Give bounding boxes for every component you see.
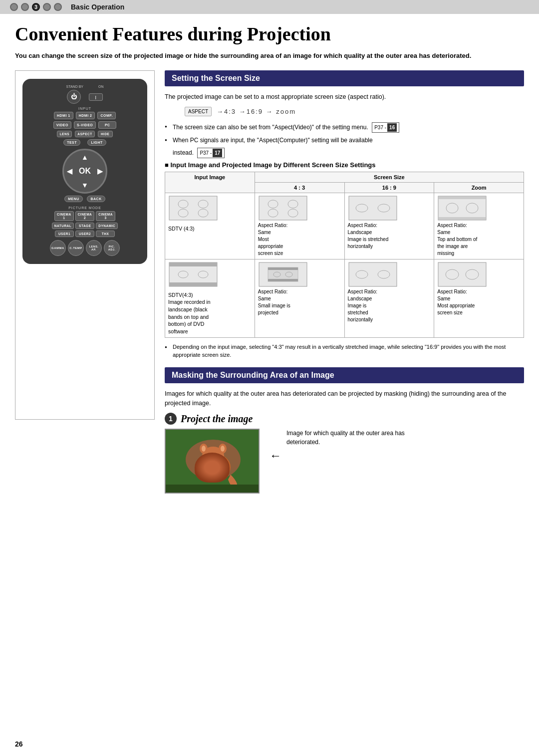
picture-mode-section: PICTURE MODE CINEMA1 CINEMA2 CINEMA3 NAT… <box>27 206 142 237</box>
row2-input-label: SDTV(4:3)Image recorded inlandscape (bla… <box>165 259 255 338</box>
screen-size-header: Screen Size <box>255 172 524 183</box>
step-dots: 3 <box>10 3 62 11</box>
lens-row: LENS ASPECT HIDE <box>27 131 142 137</box>
table-row-1: SDTV (4:3) Aspect Ratio:SameMost <box>165 193 524 259</box>
masking-section: Masking the Surrounding Area of an Image… <box>165 367 524 494</box>
two-col-layout: STAND BY ON ⏻ | INPUT HDMI 1 HDMI 2 COMP… <box>15 70 524 494</box>
row2-zoom-text: Aspect Ratio:SameMost appropriatescreen … <box>437 288 521 316</box>
step1-header: 1 Project the image <box>165 413 524 425</box>
masking-body: Images for which quality at the outer ar… <box>165 389 524 408</box>
ok-dpad[interactable]: ▲ ▼ ◀ ▶ OK <box>62 149 107 194</box>
row1-zoom-svg <box>437 195 487 221</box>
svg-rect-32 <box>438 262 486 286</box>
cinema2-button[interactable]: CINEMA2 <box>75 211 95 221</box>
svg-rect-0 <box>169 196 217 220</box>
top-bar: 3 Basic Operation <box>0 0 539 14</box>
row1-label-text: SDTV (4:3) <box>168 226 195 232</box>
on-button[interactable]: | <box>89 93 103 101</box>
hdmi1-button[interactable]: HDMI 1 <box>54 112 73 119</box>
row2-43-svg <box>258 261 308 287</box>
cinema1-button[interactable]: CINEMA1 <box>54 211 74 221</box>
row2-169-text: Aspect Ratio:LandscapeImage isstretchedh… <box>348 288 431 323</box>
setting-screen-body: The projected image can be set to a most… <box>165 92 524 102</box>
input-image-header: Input Image <box>165 172 255 193</box>
row1-input-svg <box>168 195 218 221</box>
svg-point-41 <box>202 446 206 452</box>
dot-1 <box>10 3 18 11</box>
comp-button[interactable]: COMP. <box>97 112 116 119</box>
aspect-diagram: ASPECT →4:3 →16:9 → zoom <box>185 107 524 116</box>
aspect-button[interactable]: ASPECT <box>75 131 94 137</box>
svg-rect-46 <box>166 485 260 494</box>
aspect-sequence: →4:3 →16:9 → zoom <box>217 108 296 115</box>
on-label: ON <box>98 85 104 88</box>
natural-button[interactable]: NATURAL <box>52 223 74 229</box>
ref2-num: 17 <box>213 149 222 157</box>
remote-control: STAND BY ON ⏻ | INPUT HDMI 1 HDMI 2 COMP… <box>22 79 147 264</box>
standby-on-labels: STAND BY ON <box>27 85 142 88</box>
svg-rect-20 <box>169 282 217 286</box>
col-zoom: Zoom <box>434 183 524 193</box>
col-16-9: 16 : 9 <box>344 183 434 193</box>
down-arrow: ▼ <box>81 181 88 189</box>
step1-row: ← Image for which quality at the outer a… <box>165 429 524 494</box>
svg-point-37 <box>196 453 231 481</box>
cinema3-button[interactable]: CINEMA3 <box>96 211 115 221</box>
svg-point-43 <box>207 455 212 459</box>
input-row-1: HDMI 1 HDMI 2 COMP. <box>27 112 142 119</box>
pc-button[interactable]: PC <box>98 121 116 129</box>
setting-screen-size-header: Setting the Screen Size <box>165 70 524 86</box>
svg-rect-16 <box>438 196 486 199</box>
row1-169-svg <box>348 195 398 221</box>
bottom-controls-row: GAMMA C.TEMP LENS.AP. PIC.ADJ. <box>27 240 142 256</box>
hide-button[interactable]: HIDE <box>98 131 113 137</box>
gamma-button[interactable]: GAMMA <box>50 240 66 256</box>
svg-point-44 <box>214 455 219 459</box>
test-button[interactable]: TEST <box>63 139 80 146</box>
lens-button[interactable]: LENS <box>57 131 72 137</box>
row2-label-text: SDTV(4:3)Image recorded inlandscape (bla… <box>168 292 211 334</box>
ctemp-button[interactable]: C.TEMP <box>68 240 84 256</box>
svideo-button[interactable]: S-VIDEO <box>74 121 96 129</box>
step1-title: Project the image <box>181 413 253 425</box>
svg-rect-26 <box>268 279 298 281</box>
row2-169-svg <box>348 261 398 287</box>
ref1-box: P37 - 16 <box>372 122 399 133</box>
row1-cell-169: Aspect Ratio:LandscapeImage is stretched… <box>344 193 434 259</box>
stage-button[interactable]: STAGE <box>75 223 94 229</box>
cinema-row: CINEMA1 CINEMA2 CINEMA3 <box>27 211 142 221</box>
video-button[interactable]: VIDEO <box>53 121 71 129</box>
row2-cell-169: Aspect Ratio:LandscapeImage isstretchedh… <box>344 259 434 338</box>
image-note: Image for which quality at the outer are… <box>286 429 411 447</box>
dynamic-button[interactable]: DYNAMIC <box>96 223 118 229</box>
svg-rect-25 <box>268 267 298 270</box>
pic-adj-button[interactable]: PIC.ADJ. <box>104 240 120 256</box>
row2-cell-43: Aspect Ratio:SameSmall image isprojected <box>255 259 344 338</box>
svg-rect-17 <box>438 217 486 220</box>
user2-button[interactable]: USER2 <box>75 231 94 237</box>
row1-cell-zoom: Aspect Ratio:SameTop and bottom ofthe im… <box>434 193 524 259</box>
row1-zoom-text: Aspect Ratio:SameTop and bottom ofthe im… <box>437 222 521 257</box>
note-with-arrow: ← Image for which quality at the outer a… <box>270 429 411 463</box>
standby-button[interactable]: ⏻ <box>67 90 81 104</box>
thx-button[interactable]: THX <box>96 231 115 237</box>
table-row-2: SDTV(4:3)Image recorded inlandscape (bla… <box>165 259 524 338</box>
user1-user2-thx-row: USER1 USER2 THX <box>27 231 142 237</box>
remote-container: STAND BY ON ⏻ | INPUT HDMI 1 HDMI 2 COMP… <box>15 70 155 420</box>
light-button[interactable]: LIGHT <box>87 139 106 146</box>
note3: Depending on the input image, selecting … <box>165 343 524 359</box>
back-button[interactable]: BACK <box>87 196 105 202</box>
user1-button[interactable]: USER1 <box>55 231 74 237</box>
aspect-btn-img: ASPECT <box>185 107 212 116</box>
page-number: 26 <box>15 740 23 748</box>
hdmi2-button[interactable]: HDMI 2 <box>76 112 95 119</box>
row2-43-text: Aspect Ratio:SameSmall image isprojected <box>258 288 341 316</box>
row2-cell-zoom: Aspect Ratio:SameMost appropriatescreen … <box>434 259 524 338</box>
svg-rect-5 <box>259 196 307 220</box>
menu-button[interactable]: MENU <box>64 196 83 202</box>
dot-5 <box>54 3 62 11</box>
lens-ap-button[interactable]: LENS.AP. <box>86 240 102 256</box>
indent2: instead. P37 - 17 <box>173 148 524 158</box>
animal-image <box>165 429 260 494</box>
dot-2 <box>21 3 29 11</box>
